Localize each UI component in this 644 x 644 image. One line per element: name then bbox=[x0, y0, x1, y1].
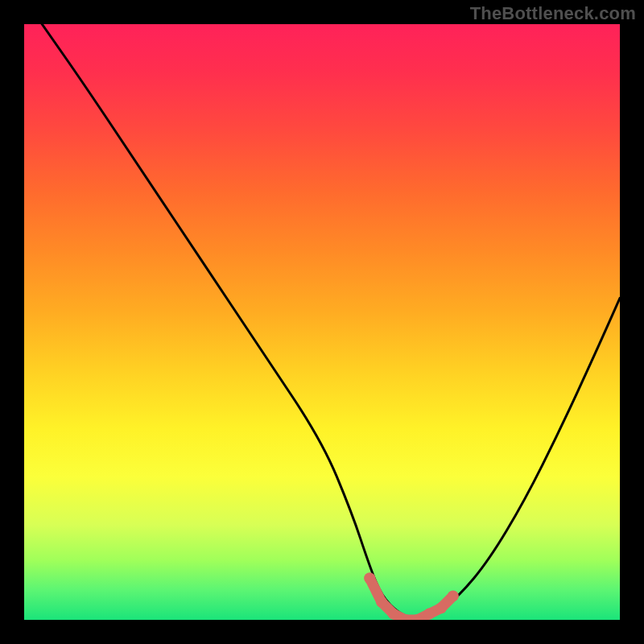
optimal-range-point bbox=[423, 609, 435, 620]
optimal-range-point bbox=[448, 590, 459, 601]
optimal-range-point bbox=[436, 602, 447, 613]
bottleneck-curve bbox=[42, 24, 620, 618]
chart-frame: TheBottleneck.com bbox=[0, 0, 644, 644]
plot-box bbox=[24, 24, 620, 620]
optimal-range-point bbox=[388, 609, 399, 620]
optimal-range-point bbox=[376, 597, 387, 608]
optimal-range-markers bbox=[364, 572, 459, 620]
bottleneck-curve-path bbox=[42, 24, 620, 618]
watermark-text: TheBottleneck.com bbox=[470, 3, 636, 24]
chart-svg-layer bbox=[24, 24, 620, 620]
optimal-range-point bbox=[364, 572, 375, 584]
plot-area bbox=[24, 24, 620, 620]
